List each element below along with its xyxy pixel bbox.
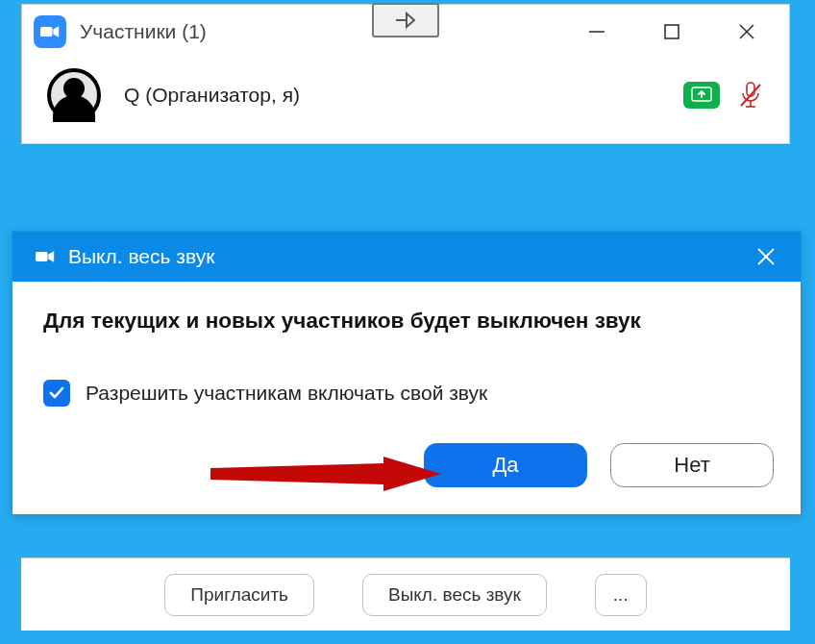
screen-share-icon[interactable] [683, 82, 720, 109]
participants-bottom-bar: Пригласить Выкл. весь звук ... [21, 557, 790, 631]
avatar-icon [47, 68, 101, 122]
allow-unmute-row[interactable]: Разрешить участникам включать свой звук [43, 380, 770, 407]
minimize-button[interactable] [576, 11, 618, 53]
dialog-heading: Для текущих и новых участников будет вык… [43, 309, 770, 334]
mute-all-dialog: Выкл. весь звук Для текущих и новых учас… [12, 231, 802, 515]
checkbox-label: Разрешить участникам включать свой звук [86, 382, 487, 405]
svg-marker-13 [210, 457, 441, 491]
mute-all-button[interactable]: Выкл. весь звук [362, 574, 547, 616]
dialog-titlebar: Выкл. весь звук [12, 232, 801, 282]
svg-rect-2 [665, 25, 679, 38]
participants-window: Участники (1) Q (Организатор, я) [21, 4, 790, 144]
participant-name: Q (Организатор, я) [124, 84, 300, 107]
pin-tab-icon[interactable] [372, 3, 439, 37]
annotation-arrow-icon [210, 457, 441, 491]
svg-rect-0 [40, 27, 53, 37]
no-button[interactable]: Нет [610, 443, 774, 487]
zoom-icon [34, 15, 66, 48]
participants-titlebar: Участники (1) [22, 5, 789, 59]
participants-title: Участники (1) [80, 20, 207, 43]
mic-muted-icon[interactable] [737, 81, 764, 110]
more-button[interactable]: ... [595, 574, 647, 616]
close-button[interactable] [726, 11, 768, 53]
svg-rect-10 [36, 252, 48, 261]
yes-button[interactable]: Да [424, 443, 587, 487]
checkbox-icon[interactable] [43, 380, 70, 407]
maximize-button[interactable] [651, 11, 693, 53]
invite-button[interactable]: Пригласить [164, 574, 314, 616]
zoom-icon [28, 239, 62, 274]
dialog-close-button[interactable] [747, 237, 785, 276]
participant-row[interactable]: Q (Организатор, я) [22, 59, 789, 143]
dialog-title: Выкл. весь звук [68, 245, 214, 268]
